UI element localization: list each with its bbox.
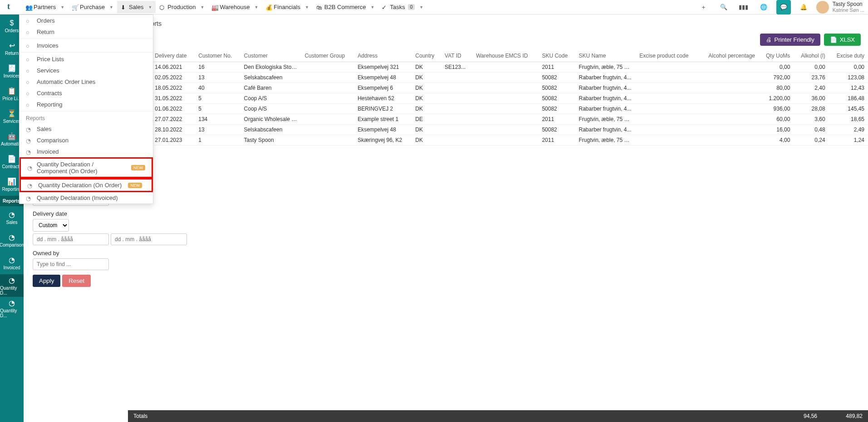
chat-icon[interactable]: 💬	[776, 0, 791, 15]
add-icon[interactable]: ＋	[696, 0, 711, 15]
topnav-b2b-commerce[interactable]: 🛍B2B Commerce▼	[313, 1, 378, 13]
chevron-down-icon: ▼	[60, 5, 64, 10]
user-name: Katrine Søn ...	[833, 7, 864, 13]
user-menu[interactable]: Tasty Spoon Katrine Søn ...	[816, 1, 864, 14]
chevron-down-icon: ▼	[305, 5, 309, 10]
topnav-sales[interactable]: ⬇Sales▼	[117, 1, 156, 13]
topnav-partners[interactable]: 👥Partners▼	[22, 1, 68, 13]
chevron-down-icon: ▼	[109, 5, 113, 10]
warehouse-icon: 🏭	[211, 4, 218, 10]
sales-icon: ⬇	[121, 4, 127, 10]
topnav-tasks[interactable]: ✓Tasks0▼	[378, 1, 427, 13]
topnav-warehouse[interactable]: 🏭Warehouse▼	[208, 1, 262, 13]
chevron-down-icon: ▼	[201, 5, 205, 10]
partners-icon: 👥	[25, 4, 32, 10]
user-company: Tasty Spoon	[833, 1, 864, 7]
production-icon: ⬡	[159, 4, 166, 10]
tasks-icon: ✓	[382, 4, 388, 10]
financials-icon: 💰	[265, 4, 272, 10]
b2b commerce-icon: 🛍	[316, 4, 323, 10]
chevron-down-icon: ▼	[148, 5, 152, 10]
purchase-icon: 🛒	[72, 4, 78, 10]
bell-icon[interactable]: 🔔	[796, 0, 811, 15]
chevron-down-icon: ▼	[419, 5, 423, 10]
avatar	[816, 1, 829, 14]
search-icon[interactable]: 🔍	[716, 0, 731, 15]
chevron-down-icon: ▼	[371, 5, 375, 10]
chevron-down-icon: ▼	[254, 5, 258, 10]
globe-icon[interactable]: 🌐	[756, 0, 771, 15]
topnav-production[interactable]: ⬡Production▼	[156, 1, 208, 13]
topnav-purchase[interactable]: 🛒Purchase▼	[68, 1, 117, 13]
app-logo[interactable]: t	[7, 2, 18, 13]
barcode-icon[interactable]: ▮▮▮	[736, 0, 751, 15]
tasks-badge: 0	[408, 4, 415, 10]
topnav-financials[interactable]: 💰Financials▼	[262, 1, 312, 13]
